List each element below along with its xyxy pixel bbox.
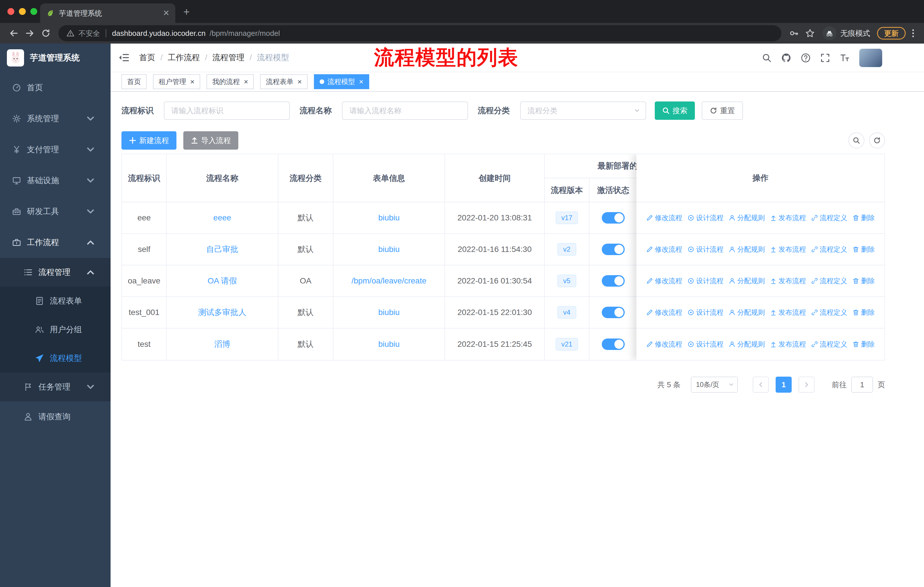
refresh-table-button[interactable] — [869, 132, 885, 149]
browser-tab[interactable]: 芋道管理系统 ✕ — [40, 3, 175, 23]
assign-rules-link[interactable]: 分配规则 — [729, 340, 765, 349]
sidebar-item-dev-tools[interactable]: 研发工具 — [0, 196, 111, 227]
edit-process-link[interactable]: 修改流程 — [646, 213, 682, 222]
process-name-link[interactable]: OA 请假 — [208, 275, 237, 286]
next-page-button[interactable] — [799, 377, 815, 393]
process-definition-link[interactable]: 流程定义 — [811, 340, 847, 349]
assign-rules-link[interactable]: 分配规则 — [729, 213, 765, 222]
page-size-select[interactable]: 10条/页 — [691, 377, 738, 393]
sidebar-item-leave-query[interactable]: 请假查询 — [0, 401, 111, 432]
active-toggle[interactable] — [602, 212, 625, 223]
breadcrumb-item[interactable]: 流程管理 — [213, 52, 244, 63]
sidebar-fold-icon[interactable] — [118, 52, 129, 63]
sidebar-item-system-management[interactable]: 系统管理 — [0, 103, 111, 134]
tag-home[interactable]: 首页 — [121, 74, 147, 89]
delete-link[interactable]: 删除 — [852, 213, 875, 222]
minimize-window-button[interactable] — [19, 8, 26, 15]
active-toggle[interactable] — [602, 339, 625, 350]
edit-process-link[interactable]: 修改流程 — [646, 245, 682, 254]
update-button[interactable]: 更新 — [877, 27, 906, 40]
new-tab-button[interactable]: + — [183, 6, 190, 18]
sidebar-item-home[interactable]: 首页 — [0, 72, 111, 103]
sidebar-item-workflow[interactable]: 工作流程 — [0, 227, 111, 258]
publish-process-link[interactable]: 发布流程 — [770, 340, 806, 349]
avatar[interactable] — [859, 49, 882, 67]
form-link[interactable]: biubiu — [378, 340, 400, 349]
tag-process-form[interactable]: 流程表单× — [260, 74, 307, 89]
publish-process-link[interactable]: 发布流程 — [770, 245, 806, 254]
import-process-button[interactable]: 导入流程 — [183, 131, 238, 150]
tag-process-model[interactable]: 流程模型× — [314, 74, 369, 89]
address-bar[interactable]: 不安全 dashboard.yudao.iocoder.cn/bpm/manag… — [58, 25, 781, 41]
publish-process-link[interactable]: 发布流程 — [770, 213, 806, 222]
bookmark-star-icon[interactable] — [802, 25, 818, 41]
toggle-search-button[interactable] — [848, 132, 865, 149]
reload-icon[interactable] — [38, 25, 54, 41]
search-button[interactable]: 搜索 — [655, 101, 695, 120]
maximize-window-button[interactable] — [30, 8, 37, 15]
delete-link[interactable]: 删除 — [852, 245, 875, 254]
delete-link[interactable]: 删除 — [852, 308, 875, 317]
process-key-input[interactable] — [164, 101, 290, 120]
fullscreen-icon[interactable] — [820, 53, 830, 63]
sidebar-item-task-management[interactable]: 任务管理 — [0, 373, 111, 401]
design-process-link[interactable]: 设计流程 — [687, 213, 723, 222]
active-toggle[interactable] — [602, 244, 625, 255]
version-badge[interactable]: v2 — [558, 243, 576, 256]
sidebar-item-process-form[interactable]: 流程表单 — [0, 287, 111, 315]
design-process-link[interactable]: 设计流程 — [687, 308, 723, 317]
tag-my-process[interactable]: 我的流程× — [206, 74, 254, 89]
close-icon[interactable]: × — [359, 78, 363, 85]
assign-rules-link[interactable]: 分配规则 — [729, 308, 765, 317]
back-icon[interactable] — [6, 25, 22, 41]
edit-process-link[interactable]: 修改流程 — [646, 340, 682, 349]
process-name-input[interactable] — [342, 101, 468, 120]
browser-menu-icon[interactable] — [908, 26, 918, 40]
page-1-button[interactable]: 1 — [776, 377, 792, 393]
breadcrumb-item[interactable]: 首页 — [139, 52, 155, 63]
delete-link[interactable]: 删除 — [852, 276, 875, 286]
process-name-link[interactable]: 滔博 — [214, 339, 230, 350]
github-icon[interactable] — [781, 53, 791, 63]
incognito-indicator[interactable]: 无痕模式 — [823, 26, 870, 40]
tab-close-icon[interactable]: ✕ — [163, 9, 170, 17]
help-icon[interactable] — [801, 53, 810, 63]
sidebar-item-payment-management[interactable]: 支付管理 — [0, 134, 111, 165]
design-process-link[interactable]: 设计流程 — [687, 276, 723, 286]
design-process-link[interactable]: 设计流程 — [687, 340, 723, 349]
active-toggle[interactable] — [602, 275, 625, 287]
sidebar-item-process-model[interactable]: 流程模型 — [0, 344, 111, 373]
sidebar-item-infrastructure[interactable]: 基础设施 — [0, 165, 111, 196]
process-name-link[interactable]: 测试多审批人 — [198, 307, 246, 318]
process-definition-link[interactable]: 流程定义 — [811, 276, 847, 286]
create-process-button[interactable]: 新建流程 — [121, 131, 177, 150]
security-label[interactable]: 不安全 — [79, 29, 100, 38]
font-size-icon[interactable] — [840, 53, 850, 63]
edit-process-link[interactable]: 修改流程 — [646, 276, 682, 286]
process-name-link[interactable]: 自己审批 — [206, 244, 238, 255]
process-category-select[interactable]: 流程分类 — [520, 101, 646, 120]
prev-page-button[interactable] — [753, 377, 769, 393]
search-icon[interactable] — [762, 53, 772, 63]
tag-tenant[interactable]: 租户管理× — [153, 74, 200, 89]
publish-process-link[interactable]: 发布流程 — [770, 276, 806, 286]
sidebar-item-user-group[interactable]: 用户分组 — [0, 315, 111, 344]
form-link[interactable]: /bpm/oa/leave/create — [351, 276, 426, 286]
version-badge[interactable]: v5 — [558, 274, 576, 287]
close-icon[interactable]: × — [244, 78, 248, 85]
reset-button[interactable]: 重置 — [702, 101, 743, 120]
breadcrumb-item[interactable]: 工作流程 — [168, 52, 200, 63]
close-icon[interactable]: × — [297, 78, 302, 85]
version-badge[interactable]: v17 — [556, 212, 578, 224]
process-definition-link[interactable]: 流程定义 — [811, 308, 847, 317]
goto-page-input[interactable] — [851, 377, 873, 393]
sidebar-item-process-management[interactable]: 流程管理 — [0, 258, 111, 287]
process-name-link[interactable]: eeee — [213, 213, 231, 222]
design-process-link[interactable]: 设计流程 — [687, 245, 723, 254]
assign-rules-link[interactable]: 分配规则 — [729, 276, 765, 286]
edit-process-link[interactable]: 修改流程 — [646, 308, 682, 317]
version-badge[interactable]: v21 — [556, 338, 578, 351]
forward-icon[interactable] — [22, 25, 38, 41]
version-badge[interactable]: v4 — [558, 306, 576, 319]
publish-process-link[interactable]: 发布流程 — [770, 308, 806, 317]
